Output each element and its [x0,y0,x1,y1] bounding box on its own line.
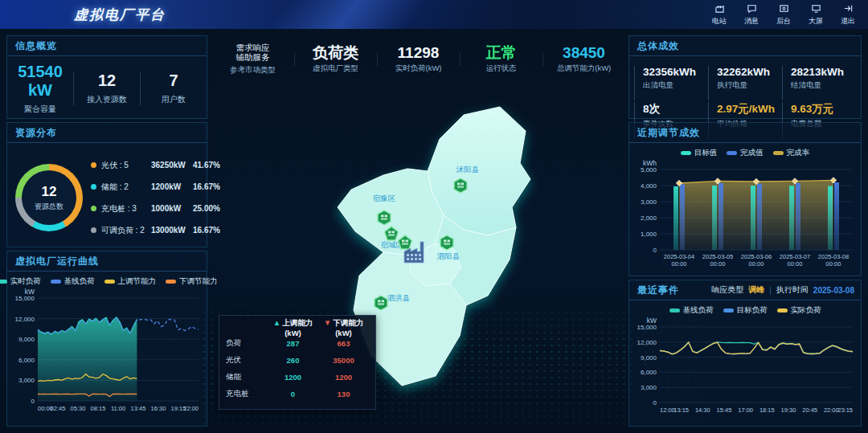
resource-donut-chart[interactable]: 12 资源总数 [15,164,83,231]
up-arrow-icon: ▲ [273,318,280,327]
svg-text:3,000: 3,000 [18,377,35,384]
panel-title: 总体成效 [629,36,861,56]
svg-text:3,000: 3,000 [641,198,657,206]
svg-text:15,000: 15,000 [15,295,35,302]
legend-item[interactable]: 完成值 [727,148,764,158]
exit-icon [843,3,854,15]
app-header: 虚拟电厂平台 电站消息后台大屏退出 [0,0,868,29]
legend-item[interactable]: 实际负荷 [777,305,821,316]
center-stat: 11298实时负荷(kW) [377,45,460,75]
svg-text:kW: kW [647,317,657,325]
svg-text:2025-03-05: 2025-03-05 [702,253,733,260]
svg-text:08:15: 08:15 [91,405,106,412]
resource-legend-row[interactable]: 充电桩 : 31000kW25.00% [91,198,220,219]
overview-stat: 7用户数 [140,71,207,105]
svg-text:15:45: 15:45 [717,406,732,414]
svg-text:15,000: 15,000 [637,324,657,331]
recent-adjust-chart[interactable]: 01,0002,0003,0004,0005,000kWh2025-03-040… [629,158,858,269]
svg-text:2,000: 2,000 [641,214,657,222]
panel-recent-events: 最近事件 响应类型 调峰 | 执行时间 2025-03-08 基线负荷目标负荷实… [628,280,862,427]
exec-time-label: 执行时间 [776,284,809,296]
resource-marker-icon[interactable] [378,210,391,225]
legend-item[interactable]: 下调节能力 [166,276,218,287]
svg-text:9,000: 9,000 [18,336,35,343]
info-overview-stats: 51540 kW聚合容量12接入资源数7用户数 [7,59,207,117]
panel-title: 虚拟电厂运行曲线 [7,251,207,272]
svg-text:16:30: 16:30 [151,405,166,412]
nav-退出[interactable]: 退出 [836,2,860,27]
resource-marker-icon[interactable] [440,235,453,250]
legend-item[interactable]: 上调节能力 [104,276,157,287]
overview-stat: 12接入资源数 [73,71,140,105]
tooltip-row: 光伏26035000 [226,352,369,369]
legend-item[interactable]: 目标值 [681,148,718,158]
nav-label: 退出 [841,16,855,27]
svg-text:kW: kW [25,288,35,296]
nav-大屏[interactable]: 大屏 [804,2,828,27]
svg-text:2025-03-07: 2025-03-07 [780,253,810,260]
legend-item[interactable]: 完成率 [773,148,810,158]
tooltip-up-header: 上调能力(kW) [282,318,313,337]
legend-item[interactable]: 基线负荷 [669,305,714,316]
svg-text:6,000: 6,000 [18,357,35,364]
panel-title: 信息概览 [7,36,207,56]
svg-text:11:00: 11:00 [111,405,125,412]
resource-total-label: 资源总数 [35,202,63,212]
resource-legend-row[interactable]: 可调负荷 : 213000kW16.67% [91,219,220,241]
resource-marker-icon[interactable] [454,178,467,193]
resource-legend-row[interactable]: 光伏 : 536250kW41.67% [91,154,220,176]
message-icon [747,3,757,15]
recent-adjust-legend: 目标值完成值完成率 [629,148,861,158]
station-icon [714,3,725,15]
center-stat: 正常运行状态 [460,45,542,75]
svg-text:00:00: 00:00 [788,260,803,268]
nav-电站[interactable]: 电站 [707,2,731,27]
panel-resource-distribution: 资源分布 12 资源总数 光伏 : 536250kW41.67%储能 : 212… [6,122,207,247]
console-icon [779,3,789,15]
capacity-tooltip: ▲上调能力(kW) ▼下调能力(kW) 负荷287663光伏26035000储能… [219,315,376,410]
svg-text:00:00: 00:00 [826,260,841,268]
panel-recent-adjust: 近期调节成效 目标值完成值完成率 01,0002,0003,0004,0005,… [628,122,862,276]
legend-item[interactable]: 实时负荷 [0,276,41,287]
svg-text:2025-03-08: 2025-03-08 [818,253,849,260]
run-curve-chart[interactable]: 03,0006,0009,00012,00015,000kW00:0002:45… [7,287,203,414]
legend-item[interactable]: 基线负荷 [51,276,95,287]
tooltip-row: 充电桩0130 [226,386,369,402]
response-type-label: 响应类型 [711,284,743,296]
legend-item[interactable]: 目标负荷 [723,305,768,316]
svg-text:3,000: 3,000 [641,384,657,391]
svg-text:14:30: 14:30 [695,406,710,414]
svg-text:00:00: 00:00 [710,260,726,268]
svg-text:1,000: 1,000 [641,231,657,238]
panel-title: 近期调节成效 [629,123,861,143]
svg-text:22:00: 22:00 [824,406,839,414]
tooltip-down-header: 下调能力(kW) [333,318,363,337]
svg-text:05:30: 05:30 [71,405,86,412]
svg-text:19:30: 19:30 [781,406,796,414]
map-label: 泗阳县 [437,251,461,260]
exec-time-value[interactable]: 2025-03-08 [813,286,854,295]
tooltip-row: 负荷287663 [226,335,369,352]
app-title: 虚拟电厂平台 [74,6,166,24]
center-stats-strip: 需求响应辅助服务参考市场类型负荷类虚拟电厂类型11298实时负荷(kW)正常运行… [211,37,625,82]
tooltip-row: 储能12001200 [226,369,369,386]
svg-text:kWh: kWh [643,159,657,167]
svg-text:0: 0 [653,247,657,254]
nav-消息[interactable]: 消息 [739,2,764,27]
svg-text:18:15: 18:15 [760,406,775,414]
nav-后台[interactable]: 后台 [772,2,796,27]
panel-title: 资源分布 [7,123,207,143]
svg-text:12:00: 12:00 [660,406,675,414]
header-nav: 电站消息后台大屏退出 [707,2,860,27]
resource-legend-row[interactable]: 储能 : 21200kW16.67% [91,176,220,198]
panel-run-curve: 虚拟电厂运行曲线 实时负荷基线负荷上调节能力下调节能力 03,0006,0009… [6,251,207,427]
svg-text:22:00: 22:00 [183,405,199,412]
resource-marker-icon[interactable] [375,296,387,310]
recent-event-chart[interactable]: 03,0006,0009,00012,00015,000kW12:0013:15… [629,316,858,415]
run-curve-legend: 实时负荷基线负荷上调节能力下调节能力 [7,276,207,287]
overall-result-cell: 28213kWh结清电量 [782,66,856,100]
svg-text:5,000: 5,000 [641,166,657,174]
recent-event-legend: 基线负荷目标负荷实际负荷 [629,305,861,316]
response-type-value[interactable]: 调峰 [748,284,764,296]
nav-label: 后台 [776,16,791,27]
